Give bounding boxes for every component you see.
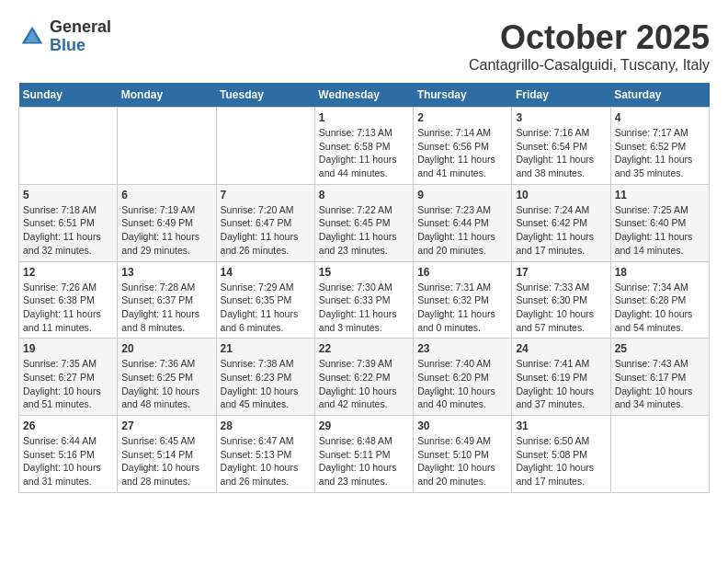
calendar: SundayMondayTuesdayWednesdayThursdayFrid… <box>18 83 710 493</box>
day-info: Sunrise: 7:39 AM Sunset: 6:22 PM Dayligh… <box>319 357 409 411</box>
day-info: Sunrise: 6:47 AM Sunset: 5:13 PM Dayligh… <box>221 434 311 488</box>
day-info: Sunrise: 7:13 AM Sunset: 6:58 PM Dayligh… <box>319 126 409 180</box>
day-info: Sunrise: 7:24 AM Sunset: 6:42 PM Dayligh… <box>516 203 606 258</box>
day-of-week-header: Wednesday <box>314 83 413 108</box>
day-of-week-header: Sunday <box>19 83 118 108</box>
calendar-day-cell: 20Sunrise: 7:36 AM Sunset: 6:25 PM Dayli… <box>118 339 216 416</box>
day-number: 31 <box>516 419 606 432</box>
day-info: Sunrise: 6:48 AM Sunset: 5:11 PM Dayligh… <box>319 434 409 488</box>
day-number: 26 <box>23 419 113 432</box>
calendar-day-cell: 26Sunrise: 6:44 AM Sunset: 5:16 PM Dayli… <box>19 416 118 493</box>
day-number: 10 <box>516 189 606 201</box>
calendar-week-row: 1Sunrise: 7:13 AM Sunset: 6:58 PM Daylig… <box>19 108 710 185</box>
calendar-day-cell <box>610 416 709 493</box>
day-info: Sunrise: 7:36 AM Sunset: 6:25 PM Dayligh… <box>121 357 211 411</box>
calendar-day-cell: 16Sunrise: 7:31 AM Sunset: 6:32 PM Dayli… <box>414 261 512 339</box>
calendar-day-cell: 13Sunrise: 7:28 AM Sunset: 6:37 PM Dayli… <box>118 261 216 339</box>
calendar-day-cell: 11Sunrise: 7:25 AM Sunset: 6:40 PM Dayli… <box>610 184 709 261</box>
logo-icon <box>18 23 46 51</box>
calendar-day-cell: 18Sunrise: 7:34 AM Sunset: 6:28 PM Dayli… <box>610 261 709 339</box>
day-info: Sunrise: 7:35 AM Sunset: 6:27 PM Dayligh… <box>23 357 113 411</box>
day-info: Sunrise: 7:18 AM Sunset: 6:51 PM Dayligh… <box>23 203 113 258</box>
day-number: 13 <box>121 266 211 279</box>
calendar-day-cell: 3Sunrise: 7:16 AM Sunset: 6:54 PM Daylig… <box>512 108 610 185</box>
calendar-day-cell: 9Sunrise: 7:23 AM Sunset: 6:44 PM Daylig… <box>414 184 512 261</box>
calendar-header: SundayMondayTuesdayWednesdayThursdayFrid… <box>19 83 710 108</box>
day-number: 24 <box>516 342 606 355</box>
day-number: 25 <box>615 342 705 355</box>
day-number: 30 <box>417 419 507 432</box>
calendar-day-cell: 2Sunrise: 7:14 AM Sunset: 6:56 PM Daylig… <box>414 108 512 185</box>
calendar-day-cell: 30Sunrise: 6:49 AM Sunset: 5:10 PM Dayli… <box>414 416 512 493</box>
day-number: 5 <box>23 189 113 201</box>
day-number: 20 <box>121 342 211 355</box>
logo-general: General <box>50 18 111 37</box>
calendar-day-cell <box>216 108 314 185</box>
day-info: Sunrise: 7:28 AM Sunset: 6:37 PM Dayligh… <box>121 281 211 335</box>
day-number: 11 <box>615 189 705 201</box>
page-header: General Blue October 2025 Cantagrillo-Ca… <box>18 18 710 74</box>
location: Cantagrillo-Casalguidi, Tuscany, Italy <box>469 57 710 74</box>
day-info: Sunrise: 6:45 AM Sunset: 5:14 PM Dayligh… <box>121 434 211 488</box>
day-number: 18 <box>615 266 705 279</box>
calendar-day-cell: 5Sunrise: 7:18 AM Sunset: 6:51 PM Daylig… <box>19 184 118 261</box>
day-info: Sunrise: 7:34 AM Sunset: 6:28 PM Dayligh… <box>615 281 705 335</box>
logo: General Blue <box>18 18 111 55</box>
day-info: Sunrise: 7:14 AM Sunset: 6:56 PM Dayligh… <box>417 126 507 180</box>
calendar-day-cell: 29Sunrise: 6:48 AM Sunset: 5:11 PM Dayli… <box>314 416 413 493</box>
day-info: Sunrise: 7:26 AM Sunset: 6:38 PM Dayligh… <box>23 281 113 335</box>
day-number: 23 <box>417 342 507 355</box>
calendar-day-cell: 25Sunrise: 7:43 AM Sunset: 6:17 PM Dayli… <box>610 339 709 416</box>
day-number: 2 <box>417 111 507 124</box>
day-number: 4 <box>615 111 705 124</box>
day-info: Sunrise: 6:50 AM Sunset: 5:08 PM Dayligh… <box>516 434 606 488</box>
calendar-day-cell: 4Sunrise: 7:17 AM Sunset: 6:52 PM Daylig… <box>610 108 709 185</box>
calendar-day-cell: 14Sunrise: 7:29 AM Sunset: 6:35 PM Dayli… <box>216 261 314 339</box>
calendar-day-cell: 1Sunrise: 7:13 AM Sunset: 6:58 PM Daylig… <box>314 108 413 185</box>
title-block: October 2025 Cantagrillo-Casalguidi, Tus… <box>469 18 710 74</box>
calendar-day-cell <box>19 108 118 185</box>
calendar-day-cell <box>118 108 216 185</box>
day-info: Sunrise: 7:41 AM Sunset: 6:19 PM Dayligh… <box>516 357 606 411</box>
calendar-week-row: 26Sunrise: 6:44 AM Sunset: 5:16 PM Dayli… <box>19 416 710 493</box>
day-number: 16 <box>417 266 507 279</box>
logo-blue: Blue <box>50 37 111 55</box>
day-info: Sunrise: 7:33 AM Sunset: 6:30 PM Dayligh… <box>516 281 606 335</box>
logo-text: General Blue <box>50 18 111 55</box>
day-info: Sunrise: 7:43 AM Sunset: 6:17 PM Dayligh… <box>615 357 705 411</box>
day-number: 8 <box>319 189 409 201</box>
calendar-day-cell: 10Sunrise: 7:24 AM Sunset: 6:42 PM Dayli… <box>512 184 610 261</box>
calendar-day-cell: 15Sunrise: 7:30 AM Sunset: 6:33 PM Dayli… <box>314 261 413 339</box>
calendar-day-cell: 27Sunrise: 6:45 AM Sunset: 5:14 PM Dayli… <box>118 416 216 493</box>
day-of-week-header: Saturday <box>610 83 709 108</box>
day-number: 29 <box>319 419 409 432</box>
calendar-week-row: 12Sunrise: 7:26 AM Sunset: 6:38 PM Dayli… <box>19 261 710 339</box>
day-info: Sunrise: 7:31 AM Sunset: 6:32 PM Dayligh… <box>417 281 507 335</box>
calendar-day-cell: 19Sunrise: 7:35 AM Sunset: 6:27 PM Dayli… <box>19 339 118 416</box>
day-number: 15 <box>319 266 409 279</box>
day-number: 27 <box>121 419 211 432</box>
calendar-day-cell: 23Sunrise: 7:40 AM Sunset: 6:20 PM Dayli… <box>414 339 512 416</box>
day-info: Sunrise: 7:20 AM Sunset: 6:47 PM Dayligh… <box>221 203 311 258</box>
day-number: 9 <box>417 189 507 201</box>
calendar-day-cell: 28Sunrise: 6:47 AM Sunset: 5:13 PM Dayli… <box>216 416 314 493</box>
calendar-day-cell: 21Sunrise: 7:38 AM Sunset: 6:23 PM Dayli… <box>216 339 314 416</box>
day-number: 19 <box>23 342 113 355</box>
day-info: Sunrise: 7:38 AM Sunset: 6:23 PM Dayligh… <box>221 357 311 411</box>
day-of-week-header: Thursday <box>414 83 512 108</box>
day-info: Sunrise: 7:19 AM Sunset: 6:49 PM Dayligh… <box>121 203 211 258</box>
day-info: Sunrise: 6:44 AM Sunset: 5:16 PM Dayligh… <box>23 434 113 488</box>
day-number: 14 <box>221 266 311 279</box>
calendar-day-cell: 22Sunrise: 7:39 AM Sunset: 6:22 PM Dayli… <box>314 339 413 416</box>
day-info: Sunrise: 7:40 AM Sunset: 6:20 PM Dayligh… <box>417 357 507 411</box>
day-number: 1 <box>319 111 409 124</box>
month-title: October 2025 <box>469 18 710 57</box>
day-number: 28 <box>221 419 311 432</box>
day-info: Sunrise: 7:16 AM Sunset: 6:54 PM Dayligh… <box>516 126 606 180</box>
day-info: Sunrise: 7:29 AM Sunset: 6:35 PM Dayligh… <box>221 281 311 335</box>
calendar-day-cell: 12Sunrise: 7:26 AM Sunset: 6:38 PM Dayli… <box>19 261 118 339</box>
calendar-day-cell: 17Sunrise: 7:33 AM Sunset: 6:30 PM Dayli… <box>512 261 610 339</box>
days-of-week-row: SundayMondayTuesdayWednesdayThursdayFrid… <box>19 83 710 108</box>
calendar-day-cell: 8Sunrise: 7:22 AM Sunset: 6:45 PM Daylig… <box>314 184 413 261</box>
day-of-week-header: Monday <box>118 83 216 108</box>
